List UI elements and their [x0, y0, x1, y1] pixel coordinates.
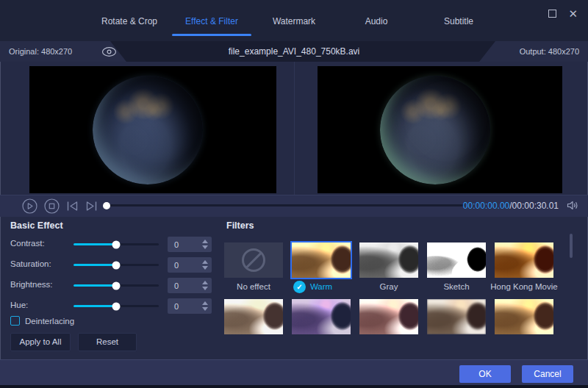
- saturation-spinner-arrows[interactable]: [198, 260, 212, 270]
- spin-up-icon[interactable]: [202, 281, 208, 284]
- transport-controls: [22, 195, 98, 217]
- filter-thumbnail[interactable]: [495, 299, 553, 334]
- hue-row: Hue: 0: [0, 298, 220, 315]
- time-display: 00:00:00.00/00:00:30.01: [463, 195, 559, 217]
- stop-button[interactable]: [44, 198, 60, 214]
- filter-item[interactable]: [224, 299, 283, 334]
- contrast-spinner[interactable]: 0: [168, 237, 212, 252]
- spin-down-icon[interactable]: [202, 287, 208, 290]
- spin-up-icon[interactable]: [202, 240, 208, 243]
- brightness-slider[interactable]: [74, 284, 159, 287]
- output-size-label: Output: 480x270: [520, 47, 579, 56]
- filter-item[interactable]: [292, 299, 351, 334]
- original-size-label: Original: 480x270: [9, 47, 72, 56]
- filter-item[interactable]: [427, 299, 486, 334]
- hue-slider[interactable]: [74, 305, 159, 307]
- filter-no-effect[interactable]: No effect: [224, 242, 283, 291]
- maximize-button[interactable]: [548, 10, 556, 18]
- no-effect-icon: [242, 248, 265, 272]
- ok-button[interactable]: OK: [459, 365, 511, 383]
- filters-title: Filters: [226, 220, 254, 231]
- play-button[interactable]: [22, 198, 37, 214]
- brightness-slider-thumb[interactable]: [112, 281, 121, 290]
- filter-label: Sketch: [443, 282, 469, 291]
- current-time: 00:00:00.00: [463, 201, 509, 211]
- filter-label: Hong Kong Movie: [490, 282, 557, 291]
- filter-item[interactable]: [359, 299, 418, 334]
- filename-label: file_example_AVI_480_750kB.avi: [147, 41, 441, 62]
- tab-bar: Rotate & Crop Effect & Filter Watermark …: [0, 0, 588, 41]
- filter-thumbnail[interactable]: [359, 242, 418, 278]
- hue-label: Hue:: [10, 301, 28, 309]
- hue-spinner-arrows[interactable]: [198, 301, 212, 311]
- eye-icon[interactable]: [101, 46, 117, 57]
- selected-check-icon: ✓: [293, 281, 306, 293]
- spin-down-icon[interactable]: [202, 245, 208, 249]
- contrast-value: 0: [168, 240, 198, 249]
- tab-effect-filter[interactable]: Effect & Filter: [171, 0, 253, 41]
- filter-thumbnail[interactable]: [495, 242, 553, 278]
- tab-rotate-crop[interactable]: Rotate & Crop: [88, 0, 171, 41]
- spin-up-icon[interactable]: [202, 301, 208, 305]
- deinterlacing-row: Deinterlacing: [10, 316, 74, 326]
- seek-thumb[interactable]: [103, 202, 110, 209]
- effect-filter-dialog: Rotate & Crop Effect & Filter Watermark …: [0, 0, 588, 388]
- spin-up-icon[interactable]: [202, 260, 208, 264]
- filter-warm[interactable]: ✓ Warm: [292, 242, 351, 291]
- deinterlacing-label: Deinterlacing: [25, 317, 74, 326]
- reset-button[interactable]: Reset: [78, 333, 137, 351]
- seek-slider[interactable]: [103, 204, 465, 206]
- filter-gray[interactable]: Gray: [359, 242, 418, 291]
- brightness-label: Brightness:: [10, 280, 53, 289]
- filter-thumbnail[interactable]: [427, 242, 486, 278]
- filter-label: Gray: [380, 282, 398, 291]
- contrast-slider-thumb[interactable]: [112, 240, 121, 248]
- brightness-row: Brightness: 0: [0, 278, 220, 294]
- prev-frame-button[interactable]: [66, 201, 79, 212]
- filter-thumbnail[interactable]: [224, 299, 283, 334]
- window-bottom-edge: [0, 385, 588, 388]
- filters-scrollbar[interactable]: [570, 234, 573, 258]
- contrast-spinner-arrows[interactable]: [198, 240, 212, 249]
- total-time: /00:00:30.01: [509, 201, 559, 211]
- original-size-tab: Original: 480x270: [0, 41, 126, 62]
- filter-thumbnail[interactable]: [427, 299, 486, 334]
- spin-down-icon[interactable]: [202, 307, 208, 311]
- brightness-spinner[interactable]: 0: [168, 278, 212, 293]
- contrast-slider[interactable]: [74, 243, 159, 245]
- saturation-value: 0: [168, 261, 198, 270]
- filter-thumbnail[interactable]: [359, 299, 418, 334]
- output-preview: [318, 66, 562, 193]
- filter-sketch[interactable]: Sketch: [427, 242, 486, 291]
- saturation-slider[interactable]: [74, 264, 159, 266]
- saturation-spinner[interactable]: 0: [168, 257, 212, 273]
- hue-slider-thumb[interactable]: [112, 302, 121, 310]
- filter-thumbnail[interactable]: [292, 299, 351, 334]
- tab-subtitle[interactable]: Subtitle: [417, 0, 500, 41]
- contrast-label: Contrast:: [10, 239, 45, 248]
- next-frame-button[interactable]: [85, 201, 98, 212]
- brightness-spinner-arrows[interactable]: [198, 281, 212, 290]
- volume-icon[interactable]: [567, 200, 579, 211]
- saturation-slider-thumb[interactable]: [112, 261, 121, 269]
- filter-hong-kong-movie[interactable]: Hong Kong Movie: [495, 242, 553, 291]
- hue-spinner[interactable]: 0: [168, 298, 212, 314]
- window-controls: ✕: [548, 4, 578, 22]
- spin-down-icon[interactable]: [202, 266, 208, 270]
- tab-audio[interactable]: Audio: [335, 0, 417, 41]
- apply-to-all-button[interactable]: Apply to All: [10, 333, 71, 351]
- saturation-row: Saturation: 0: [0, 257, 220, 273]
- cancel-button[interactable]: Cancel: [522, 365, 573, 383]
- tab-watermark[interactable]: Watermark: [253, 0, 335, 41]
- filter-label: No effect: [237, 282, 270, 291]
- hue-value: 0: [168, 302, 198, 311]
- filter-item[interactable]: [495, 299, 553, 334]
- output-size-tab: Output: 480x270: [479, 41, 588, 62]
- filter-thumbnail[interactable]: [224, 242, 283, 278]
- filters-row-2: [224, 299, 553, 334]
- earth-video-frame: [93, 76, 203, 184]
- close-button[interactable]: ✕: [568, 8, 578, 19]
- deinterlacing-checkbox[interactable]: [10, 316, 20, 326]
- filter-label: Warm: [310, 282, 332, 291]
- filter-thumbnail[interactable]: [292, 242, 351, 278]
